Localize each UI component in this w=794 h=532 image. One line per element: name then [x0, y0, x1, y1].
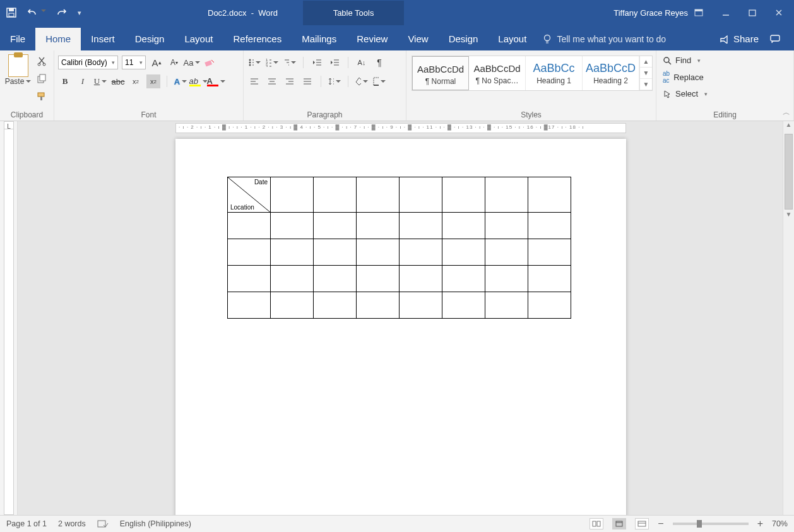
- tab-design[interactable]: Design: [125, 28, 175, 50]
- align-right-icon[interactable]: [283, 74, 297, 88]
- shrink-font-icon[interactable]: A▾: [167, 56, 181, 69]
- table-cell[interactable]: [357, 292, 400, 319]
- format-painter-icon[interactable]: [35, 90, 49, 103]
- table-cell[interactable]: [228, 239, 271, 266]
- read-mode-icon[interactable]: [590, 518, 603, 529]
- web-layout-icon[interactable]: [635, 518, 649, 529]
- table-cell[interactable]: [442, 213, 485, 239]
- superscript-button[interactable]: x2: [146, 74, 160, 88]
- paste-button[interactable]: Paste: [4, 53, 32, 86]
- scroll-down-icon[interactable]: ▼: [783, 211, 794, 222]
- table-cell[interactable]: [271, 292, 314, 319]
- table-cell[interactable]: [314, 213, 357, 239]
- maximize-icon[interactable]: [749, 9, 756, 16]
- bullets-icon[interactable]: [247, 56, 261, 69]
- table-cell[interactable]: [314, 266, 357, 292]
- scroll-thumb[interactable]: [785, 134, 793, 210]
- subscript-button[interactable]: x2: [129, 74, 143, 88]
- increase-indent-icon[interactable]: [328, 56, 341, 69]
- ribbon-display-icon[interactable]: [694, 9, 703, 16]
- table-cell[interactable]: [485, 292, 528, 319]
- borders-icon[interactable]: [372, 74, 386, 88]
- table-cell[interactable]: [528, 177, 571, 213]
- table-cell[interactable]: [528, 239, 571, 266]
- justify-icon[interactable]: [300, 74, 314, 88]
- numbering-icon[interactable]: 123: [265, 56, 279, 69]
- table-cell[interactable]: [442, 239, 485, 266]
- print-layout-icon[interactable]: [612, 518, 626, 529]
- tab-view[interactable]: View: [398, 28, 438, 50]
- table-cell[interactable]: [528, 213, 571, 239]
- table-cell[interactable]: [400, 213, 442, 239]
- comments-icon[interactable]: [770, 35, 781, 44]
- scroll-up-icon[interactable]: ▲: [783, 121, 794, 133]
- language-indicator[interactable]: English (Philippines): [120, 519, 191, 528]
- table-cell[interactable]: [228, 213, 271, 239]
- clear-formatting-icon[interactable]: [203, 56, 216, 69]
- copy-icon[interactable]: [35, 72, 49, 86]
- italic-button[interactable]: I: [76, 74, 90, 88]
- tab-table-layout[interactable]: Layout: [488, 28, 536, 50]
- user-name[interactable]: Tiffany Grace Reyes: [613, 8, 688, 18]
- table-cell[interactable]: [314, 292, 357, 319]
- table-row[interactable]: [228, 213, 571, 239]
- table-cell[interactable]: [271, 266, 314, 292]
- show-marks-icon[interactable]: ¶: [372, 56, 386, 69]
- document-canvas[interactable]: · ı · 2 · ı · 1 · ı ▓ ı · ı · 1 · ı · 2 …: [18, 121, 794, 515]
- table-cell[interactable]: [442, 177, 485, 213]
- sort-icon[interactable]: A↓: [355, 56, 369, 69]
- styles-row-up-icon[interactable]: ▲: [640, 56, 652, 68]
- line-spacing-icon[interactable]: [328, 74, 341, 88]
- vertical-ruler[interactable]: L: [0, 121, 18, 515]
- style-heading1[interactable]: AaBbCc Heading 1: [526, 56, 583, 90]
- tab-references[interactable]: References: [223, 28, 292, 50]
- multilevel-list-icon[interactable]: [283, 56, 297, 69]
- table-cell[interactable]: [485, 239, 528, 266]
- horizontal-ruler[interactable]: · ı · 2 · ı · 1 · ı ▓ ı · ı · 1 · ı · 2 …: [18, 121, 794, 135]
- table-cell[interactable]: [400, 177, 442, 213]
- table-cell[interactable]: [314, 177, 357, 213]
- close-icon[interactable]: [775, 9, 783, 16]
- zoom-slider[interactable]: [673, 523, 749, 525]
- tab-home[interactable]: Home: [35, 28, 81, 50]
- table-cell[interactable]: [228, 292, 271, 319]
- redo-icon[interactable]: [56, 8, 68, 17]
- align-center-icon[interactable]: [265, 74, 279, 88]
- share-button[interactable]: Share: [720, 33, 759, 44]
- highlight-icon[interactable]: ab: [191, 74, 205, 88]
- tab-review[interactable]: Review: [347, 28, 398, 50]
- bold-button[interactable]: B: [58, 74, 72, 88]
- style-no-spacing[interactable]: AaBbCcDd ¶ No Spac…: [469, 56, 526, 90]
- font-size-combo[interactable]: 11▾: [122, 56, 146, 69]
- page-indicator[interactable]: Page 1 of 1: [6, 519, 47, 528]
- strikethrough-button[interactable]: abc: [111, 74, 125, 88]
- collapse-ribbon-icon[interactable]: ︿: [783, 107, 790, 118]
- grow-font-icon[interactable]: A▴: [150, 56, 163, 69]
- find-button[interactable]: Find▾: [660, 54, 703, 66]
- table-cell[interactable]: [228, 266, 271, 292]
- table-cell[interactable]: [400, 266, 442, 292]
- change-case-icon[interactable]: Aa: [185, 56, 199, 69]
- table-row[interactable]: [228, 266, 571, 292]
- table-cell[interactable]: [271, 177, 314, 213]
- word-count[interactable]: 2 words: [58, 519, 86, 528]
- cut-icon[interactable]: [35, 54, 49, 68]
- tab-insert[interactable]: Insert: [81, 28, 125, 50]
- tab-mailings[interactable]: Mailings: [292, 28, 347, 50]
- save-icon[interactable]: [6, 8, 16, 18]
- table-cell[interactable]: [271, 213, 314, 239]
- page[interactable]: Date Location: [175, 139, 626, 515]
- table-cell[interactable]: [357, 239, 400, 266]
- underline-button[interactable]: U: [93, 74, 107, 88]
- vertical-scrollbar[interactable]: ▲ ▼: [783, 121, 794, 515]
- table-cell[interactable]: [485, 213, 528, 239]
- table-cell[interactable]: [357, 213, 400, 239]
- table-row[interactable]: [228, 292, 571, 319]
- qat-customize-icon[interactable]: ▾: [78, 9, 81, 17]
- table-cell[interactable]: [442, 292, 485, 319]
- styles-more-icon[interactable]: ▼: [640, 79, 652, 90]
- table-cell[interactable]: [400, 239, 442, 266]
- undo-icon[interactable]: [27, 8, 46, 17]
- zoom-level[interactable]: 70%: [772, 519, 788, 528]
- font-color-icon[interactable]: A: [209, 74, 223, 88]
